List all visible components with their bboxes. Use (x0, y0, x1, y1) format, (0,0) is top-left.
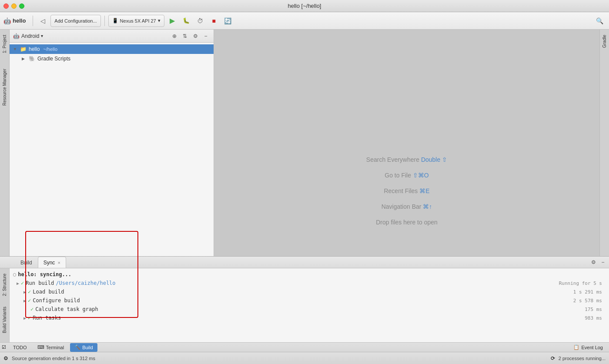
sidebar-item-project[interactable]: 1: Project (1, 31, 8, 57)
load-build-time: 1 s 291 ms (573, 289, 606, 295)
search-shortcut: Double ⇧ (421, 156, 447, 163)
spin-icon: ○ (13, 271, 16, 277)
back-button[interactable]: ◁ (37, 15, 49, 27)
check-icon-configure: ✓ (28, 297, 31, 304)
build-line-run-build: ▶ ✓ Run build /Users/caizhe/hello Runnin… (13, 279, 606, 287)
window-title: hello [~/hello] (288, 3, 321, 9)
syncing-text: hello: syncing... (18, 271, 71, 277)
build-tab-label: Build (20, 260, 32, 266)
build-line-load-build: ▶ ✓ Load build 1 s 291 ms (13, 287, 606, 296)
bottom-tabs-bar: Build Sync × ⚙ − (0, 257, 609, 268)
project-name: 🤖 hello (3, 17, 26, 24)
status-icon: ⚙ (3, 355, 8, 361)
tree-path-hello: ~/hello (43, 47, 57, 52)
todo-icon: ☑ (2, 344, 6, 350)
search-everywhere-hint: Search Everywhere Double ⇧ (366, 156, 447, 163)
close-button[interactable] (3, 3, 9, 9)
bottom-tab-build[interactable]: Build (15, 257, 38, 268)
bottom-tab-actions: ⚙ − (589, 258, 607, 267)
go-to-file-hint: Go to File ⇧⌘O (385, 172, 428, 179)
task-graph-text: Calculate task graph (35, 306, 98, 312)
event-log-label: Event Log (581, 345, 603, 350)
sync-tab-close[interactable]: × (57, 260, 60, 265)
navigation-bar-shortcut: ⌘↑ (423, 203, 432, 210)
arrow-icon-run: ▶ (17, 281, 19, 286)
tree-label-gradle: Gradle Scripts (37, 56, 70, 62)
status-bar: ⚙ Source generation ended in 1 s 312 ms … (0, 352, 609, 364)
run-build-link[interactable]: /Users/caizhe/hello (56, 280, 115, 286)
minimize-button[interactable] (11, 3, 17, 9)
run-button[interactable]: ▶ (166, 15, 178, 27)
drop-files-hint: Drop files here to open (376, 219, 438, 226)
search-everywhere-button[interactable]: 🔍 (593, 15, 606, 27)
settings-icon[interactable]: ⚙ (191, 32, 200, 40)
toolbar-divider (33, 16, 33, 26)
filter-icon[interactable]: ⇅ (181, 32, 189, 40)
android-icon: 🤖 (3, 17, 11, 24)
add-configuration-button[interactable]: Add Configuration... (50, 15, 100, 27)
terminal-icon: ⌨ (37, 344, 44, 350)
arrow-icon-tasks: ▶ (23, 316, 26, 321)
minimize-bottom-button[interactable]: − (599, 258, 607, 267)
bottom-tab-sync[interactable]: Sync × (38, 257, 66, 268)
check-icon-task-graph: ✓ (30, 306, 33, 312)
status-text: Source generation ended in 1 s 312 ms (12, 356, 95, 361)
recent-files-hint: Recent Files ⌘E (384, 187, 429, 194)
bar-tab-build[interactable]: 🔨 Build (70, 343, 97, 352)
profile-button[interactable]: ⏱ (194, 15, 206, 27)
debug-button[interactable]: 🐛 (180, 15, 192, 27)
check-icon-load: ✓ (28, 289, 31, 295)
tree-item-gradle-scripts[interactable]: ▶ 🐘 Gradle Scripts (10, 54, 214, 63)
run-tasks-text: Run tasks (33, 315, 61, 321)
sidebar-item-structure[interactable]: 2: Structure (1, 270, 8, 300)
build-line-task-graph: ✓ Calculate task graph 175 ms (13, 305, 606, 314)
processes-text: 2 processes running... (559, 356, 606, 361)
sync-tab-label: Sync (44, 260, 55, 266)
check-icon-run: ✓ (21, 280, 24, 286)
sidebar-item-build-variants[interactable]: Build Variants (1, 303, 8, 337)
stop-button[interactable]: ■ (208, 15, 220, 27)
configure-build-time: 2 s 578 ms (573, 298, 606, 304)
gradle-icon: 🐘 (29, 56, 36, 62)
bar-tab-terminal[interactable]: ⌨ Terminal (33, 343, 69, 352)
minimize-panel-button[interactable]: − (201, 32, 210, 40)
task-graph-time: 175 ms (585, 307, 606, 312)
bottom-bar-tabs: ☑ TODO ⌨ Terminal 🔨 Build 📋 Event Log (0, 342, 609, 352)
sidebar-item-resource-manager[interactable]: Resource Manager (1, 65, 8, 109)
build-line-syncing: ○ hello: syncing... (13, 270, 606, 279)
build-label: Build (82, 345, 93, 350)
processes-icon: ⟳ (551, 355, 555, 361)
bar-tab-event-log[interactable]: 📋 Event Log (569, 343, 607, 352)
device-selector[interactable]: 📱 Nexus 5X API 27 ▾ (108, 15, 164, 27)
sidebar-item-gradle[interactable]: Gradle (601, 31, 608, 51)
run-build-text: Run build (26, 280, 54, 286)
folder-icon: 📁 (20, 46, 27, 52)
run-tasks-time: 983 ms (585, 315, 606, 321)
terminal-label: Terminal (46, 345, 64, 350)
maximize-button[interactable] (19, 3, 24, 9)
sync-button[interactable]: 🔄 (222, 15, 234, 27)
settings-bottom-icon[interactable]: ⚙ (589, 258, 598, 267)
chevron-down-icon: ▾ (41, 33, 43, 38)
arrow-icon-configure: ▶ (23, 298, 26, 303)
run-build-time: Running for 5 s (559, 281, 606, 286)
tree-item-hello[interactable]: ▼ 📁 hello ~/hello (10, 44, 214, 54)
check-icon-tasks: ✓ (28, 315, 31, 321)
chevron-down-icon: ▾ (158, 18, 161, 23)
load-build-text: Load build (33, 289, 64, 295)
build-icon: 🔨 (74, 344, 80, 350)
build-line-configure: ▶ ✓ Configure build 2 s 578 ms (13, 296, 606, 305)
recent-files-shortcut: ⌘E (419, 187, 429, 194)
event-log-icon: 📋 (573, 344, 579, 350)
scope-icon[interactable]: ⊕ (170, 32, 179, 40)
tree-label-hello: hello (29, 46, 40, 52)
title-bar: hello [~/hello] (0, 0, 609, 12)
expand-arrow-gradle-icon: ▶ (22, 57, 27, 61)
goto-file-shortcut: ⇧⌘O (413, 172, 429, 179)
navigation-bar-hint: Navigation Bar ⌘↑ (381, 203, 432, 210)
bar-tab-todo[interactable]: TODO (9, 343, 31, 352)
main-toolbar: 🤖 hello ◁ Add Configuration... 📱 Nexus 5… (0, 12, 609, 30)
traffic-lights (3, 3, 24, 9)
build-line-run-tasks: ▶ ✓ Run tasks 983 ms (13, 314, 606, 322)
phone-icon: 📱 (112, 18, 118, 23)
